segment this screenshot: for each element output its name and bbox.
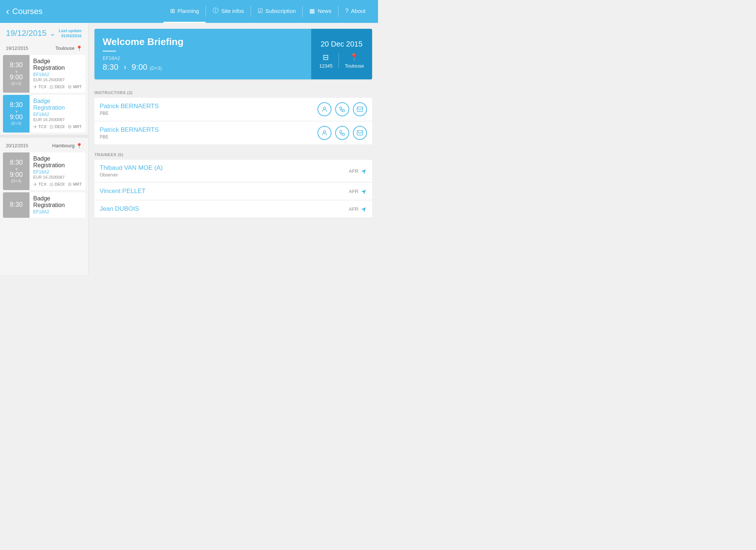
right-panel: Welcome Briefing EF18A2 8:30 › 9:00 (D+3… [89, 23, 378, 275]
trainee-airline-1: AFR [349, 168, 358, 174]
last-update-label: Last update [59, 28, 82, 33]
instructor-code-1: PBE [100, 111, 159, 116]
tag-deoi-2: ⊟ DEOI [49, 124, 65, 130]
date-dropdown-icon[interactable]: ⌄ [49, 29, 56, 38]
detail-code: EF18A2 [103, 55, 303, 61]
time-end-2: 9:00 [10, 114, 23, 121]
detail-left: Welcome Briefing EF18A2 8:30 › 9:00 (D+3… [94, 29, 311, 79]
location-pin-icon-1: 📍 [76, 45, 82, 51]
trainee-name-2: Vincent PELLET [100, 188, 145, 195]
course-tags-1: ✈ TCX ⊟ DEOI ⚙ MRT [33, 84, 82, 90]
app-header: ‹ Courses ⊞ Planning ⓘ Site infos ☑ Subs… [0, 0, 378, 23]
instructor-email-btn-1[interactable] [353, 102, 367, 116]
trainee-right-3: AFR ➤ [349, 205, 367, 213]
course-name-2: Badge Registration [33, 98, 82, 111]
left-panel: 19/12/2015 ⌄ Last update 01/03/2016 19/1… [0, 23, 89, 275]
course-ref-2: EUR 16-2500087 [33, 117, 82, 122]
trainee-airline-2: AFR [349, 189, 358, 194]
back-button[interactable]: ‹ Courses [6, 6, 42, 17]
info-icon: ⓘ [213, 7, 219, 15]
nav-subscription[interactable]: ☑ Subscription [251, 0, 303, 23]
detail-date: 20 Dec 2015 [321, 40, 362, 48]
tag-tcx-1: ✈ TCX [33, 84, 47, 90]
section-location-1: Toulouse 📍 [55, 45, 82, 51]
nav-site-infos[interactable]: ⓘ Site infos [206, 0, 251, 23]
person-tag-icon-1: ⚙ [68, 84, 72, 90]
time-start-1: 8:30 [10, 62, 23, 69]
course-card-2[interactable]: 8:30 ∨ 9:00 (D+3) Badge Registration EF1… [3, 95, 85, 133]
svg-rect-3 [357, 131, 363, 135]
trainee-row-2: Vincent PELLET AFR ➤ [94, 183, 372, 200]
course-name-3: Badge Registration [33, 155, 82, 169]
detail-underline [103, 51, 116, 52]
trainee-name-3: Jean DUBOIS [100, 205, 139, 213]
course-name-1: Badge Registration [33, 58, 82, 71]
instructor-phone-btn-2[interactable] [335, 126, 349, 140]
plane-tag-icon-1: ✈ [33, 84, 37, 90]
nav-news[interactable]: ▦ News [303, 0, 338, 23]
time-block-1: 8:30 ∨ 9:00 (D+3) [3, 55, 30, 93]
location-pin-icon-2: 📍 [76, 143, 82, 149]
instructor-email-btn-2[interactable] [353, 126, 367, 140]
panel-header: 19/12/2015 ⌄ Last update 01/03/2016 [0, 23, 88, 42]
time-block-2: 8:30 ∨ 9:00 (D+3) [3, 95, 30, 133]
time-arrow-3: ∨ [15, 167, 18, 171]
section-header-1: 19/12/2015 Toulouse 📍 [0, 42, 88, 54]
screen-tag-icon-3: ⊟ [49, 182, 54, 187]
course-code-2: EF18A2 [33, 112, 82, 117]
detail-location: 📍 Toulouse [345, 53, 364, 69]
course-card-3[interactable]: 8:30 ∨ 9:00 (D+3) Badge Registration EF1… [3, 152, 85, 190]
instructor-phone-btn-1[interactable] [335, 102, 349, 116]
nav-about-label: About [351, 8, 365, 14]
tag-mrt-3: ⚙ MRT [68, 182, 82, 187]
nav-about[interactable]: ? About [339, 0, 372, 23]
instructor-name-1: Patrick BERNAERTS [100, 103, 159, 110]
detail-time-end: 9:00 [131, 62, 147, 72]
section-date-2: 20/12/2015 [6, 143, 28, 148]
header-nav: ⊞ Planning ⓘ Site infos ☑ Subscription ▦… [164, 0, 372, 23]
question-icon: ? [345, 8, 348, 14]
section-location-2: Hambourg 📍 [52, 143, 82, 149]
nav-planning[interactable]: ⊞ Planning [164, 0, 206, 23]
time-sub-3: (D+3) [11, 179, 21, 183]
screen-tag-icon-1: ⊟ [49, 84, 54, 90]
instructor-profile-btn-1[interactable] [317, 102, 331, 116]
instructor-profile-btn-2[interactable] [317, 126, 331, 140]
detail-time: 8:30 › 9:00 (D+3) [103, 62, 303, 72]
last-update-date: 01/03/2016 [59, 33, 82, 38]
detail-time-arrow: › [124, 62, 126, 72]
person-tag-icon-2: ⚙ [68, 124, 72, 130]
tag-mrt-1: ⚙ MRT [68, 84, 82, 90]
time-sub-1: (D+3) [11, 81, 21, 86]
instructor-info-2: Patrick BERNAERTS PBE [100, 126, 159, 140]
trainee-plane-icon-3: ➤ [359, 204, 369, 214]
instructor-row-1: Patrick BERNAERTS PBE [94, 98, 372, 121]
nav-subscription-label: Subscription [265, 8, 296, 14]
time-arrow-1: ∨ [15, 69, 18, 73]
time-sub-2: (D+3) [11, 121, 21, 126]
trainee-info-2: Vincent PELLET [100, 188, 145, 195]
course-code-3: EF18A2 [33, 169, 82, 175]
course-card-4[interactable]: 8:30 Badge Registration EF18A2 [3, 192, 85, 218]
tag-deoi-1: ⊟ DEOI [49, 84, 65, 90]
trainee-name-1: Thibaud VAN MOE (A) [100, 164, 163, 172]
tag-tcx-2: ✈ TCX [33, 124, 47, 130]
detail-room: ⊟ 12345 [319, 53, 333, 69]
trainees-label: TRAINEES (5) [89, 147, 378, 160]
screen-tag-icon-2: ⊟ [49, 124, 54, 130]
course-card-1[interactable]: 8:30 ∨ 9:00 (D+3) Badge Registration EF1… [3, 55, 85, 93]
nav-news-label: News [317, 8, 331, 14]
trainee-row-3: Jean DUBOIS AFR ➤ [94, 200, 372, 218]
course-info-1: Badge Registration EF18A2 EUR 16-2500087… [30, 55, 85, 93]
instructor-actions-1 [317, 102, 367, 116]
trainee-plane-icon-1: ➤ [359, 166, 369, 176]
back-chevron-icon: ‹ [6, 6, 9, 17]
course-tags-3: ✈ TCX ⊟ DEOI ⚙ MRT [33, 182, 82, 187]
course-ref-1: EUR 16-2500087 [33, 78, 82, 82]
course-info-3: Badge Registration EF18A2 EUR 16-2500087… [30, 152, 85, 190]
detail-time-suffix: (D+3) [150, 65, 162, 71]
trainee-right-1: AFR ➤ [349, 167, 367, 175]
trainee-info-1: Thibaud VAN MOE (A) Observer [100, 164, 163, 178]
svg-point-0 [323, 107, 326, 109]
instructors-block: INSTRUCTORS (2) Patrick BERNAERTS PBE [89, 85, 378, 144]
